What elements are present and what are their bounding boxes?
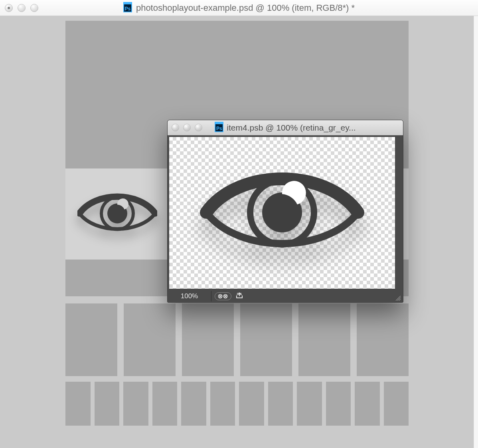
main-window-titlebar: Ps photoshoplayout-example.psd @ 100% (i… (0, 0, 478, 16)
layout-thumb-small (239, 382, 264, 426)
layout-thumb-small (355, 382, 380, 426)
minimize-button[interactable] (183, 124, 191, 131)
traffic-lights (168, 124, 206, 131)
layout-thumbs-row (65, 303, 409, 376)
layout-thumb (182, 303, 234, 376)
layout-thumb (124, 303, 176, 376)
layout-thumb (240, 303, 292, 376)
layout-thumb (357, 303, 409, 376)
layout-thumb-small (181, 382, 206, 426)
floating-document-window[interactable]: Ps item4.psb @ 100% (retina_gr_ey... 100… (167, 120, 403, 303)
layout-thumb-small (297, 382, 322, 426)
share-icon[interactable] (234, 292, 246, 301)
photoshop-file-icon: Ps (215, 123, 223, 132)
resize-grip-icon[interactable] (395, 295, 401, 301)
document-info-button[interactable] (215, 292, 231, 300)
zoom-button[interactable] (195, 124, 202, 131)
layout-thumb-small (123, 382, 148, 426)
photoshop-file-icon: Ps (123, 4, 132, 12)
layout-thumb-small (65, 382, 91, 426)
layout-thumb-small (384, 382, 409, 426)
layout-thumb-small (152, 382, 178, 426)
eye-icon (77, 190, 157, 239)
float-window-body (168, 135, 403, 290)
traffic-lights (0, 4, 43, 12)
layout-small-thumbs-row (65, 382, 409, 426)
close-button[interactable] (172, 124, 179, 131)
layout-thumb (65, 303, 117, 376)
layout-thumb-small (326, 382, 351, 426)
float-window-titlebar[interactable]: Ps item4.psb @ 100% (retina_gr_ey... (168, 120, 403, 135)
layout-thumb-small (210, 382, 235, 426)
transparent-canvas[interactable] (169, 137, 401, 289)
float-window-title: item4.psb @ 100% (retina_gr_ey... (227, 123, 356, 133)
zoom-level[interactable]: 100% (168, 291, 211, 301)
layout-thumb-small (95, 382, 120, 426)
eye-icon (198, 165, 366, 262)
main-window-title: photoshoplayout-example.psd @ 100% (item… (136, 3, 355, 13)
layout-thumb-small (268, 382, 293, 426)
float-status-bar: 100% (168, 290, 403, 302)
minimize-button[interactable] (18, 4, 26, 12)
layout-gap (65, 376, 409, 382)
layout-thumb (298, 303, 350, 376)
zoom-button[interactable] (30, 4, 38, 12)
close-button[interactable] (5, 4, 13, 12)
